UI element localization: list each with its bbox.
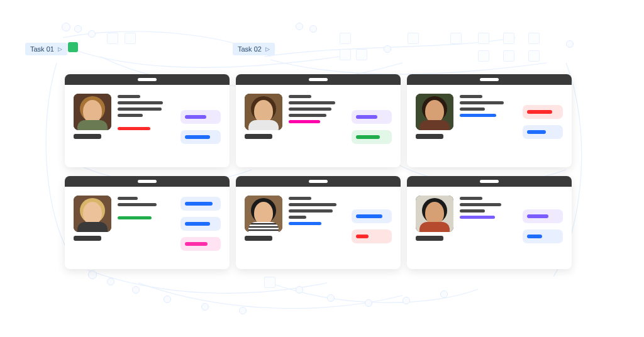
- name-chip: [74, 134, 101, 139]
- task-badge-1[interactable]: Task 01 ▷: [25, 43, 67, 55]
- profile-card-chandler[interactable]: [236, 74, 401, 167]
- action-button-3[interactable]: [180, 237, 221, 251]
- avatar: [245, 196, 282, 232]
- profile-card-phoebe[interactable]: [65, 176, 230, 269]
- action-button-2[interactable]: [352, 130, 392, 144]
- avatar: [416, 94, 453, 130]
- task-badge-2[interactable]: Task 02 ▷: [233, 43, 275, 55]
- action-button-1[interactable]: [180, 110, 221, 124]
- card-titlebar[interactable]: [236, 176, 401, 187]
- meta-lines: [460, 94, 516, 161]
- play-icon: ▷: [265, 46, 270, 52]
- name-chip: [74, 236, 101, 241]
- meta-lines: [289, 196, 345, 263]
- name-chip: [245, 134, 272, 139]
- play-icon: ▷: [58, 46, 62, 52]
- name-chip: [416, 236, 443, 241]
- card-titlebar[interactable]: [407, 176, 572, 187]
- profile-card-joey[interactable]: [407, 74, 572, 167]
- card-titlebar[interactable]: [236, 74, 401, 85]
- meta-lines: [289, 94, 345, 161]
- action-button-2[interactable]: [352, 229, 392, 243]
- card-titlebar[interactable]: [65, 176, 230, 187]
- profile-card-rachel[interactable]: [65, 74, 230, 167]
- profile-card-monica[interactable]: [236, 176, 401, 269]
- avatar: [74, 196, 111, 232]
- action-button-2[interactable]: [180, 130, 221, 144]
- action-button-1[interactable]: [523, 105, 563, 119]
- action-button-2[interactable]: [523, 125, 563, 139]
- profile-card-grid: [65, 74, 572, 269]
- action-button-1[interactable]: [180, 197, 221, 211]
- avatar: [74, 94, 111, 130]
- action-button-2[interactable]: [523, 229, 563, 243]
- action-button-1[interactable]: [352, 209, 392, 223]
- task-label: Task 01: [30, 45, 54, 53]
- card-titlebar[interactable]: [65, 74, 230, 85]
- meta-lines: [118, 94, 174, 161]
- meta-lines: [118, 196, 174, 263]
- action-button-2[interactable]: [180, 217, 221, 231]
- action-button-1[interactable]: [523, 209, 563, 223]
- profile-card-ross[interactable]: [407, 176, 572, 269]
- card-titlebar[interactable]: [407, 74, 572, 85]
- name-chip: [416, 134, 443, 139]
- task-status-chip: [68, 42, 78, 52]
- task-label: Task 02: [238, 45, 262, 53]
- name-chip: [245, 236, 272, 241]
- avatar: [416, 196, 453, 232]
- meta-lines: [460, 196, 516, 263]
- action-button-1[interactable]: [352, 110, 392, 124]
- avatar: [245, 94, 282, 130]
